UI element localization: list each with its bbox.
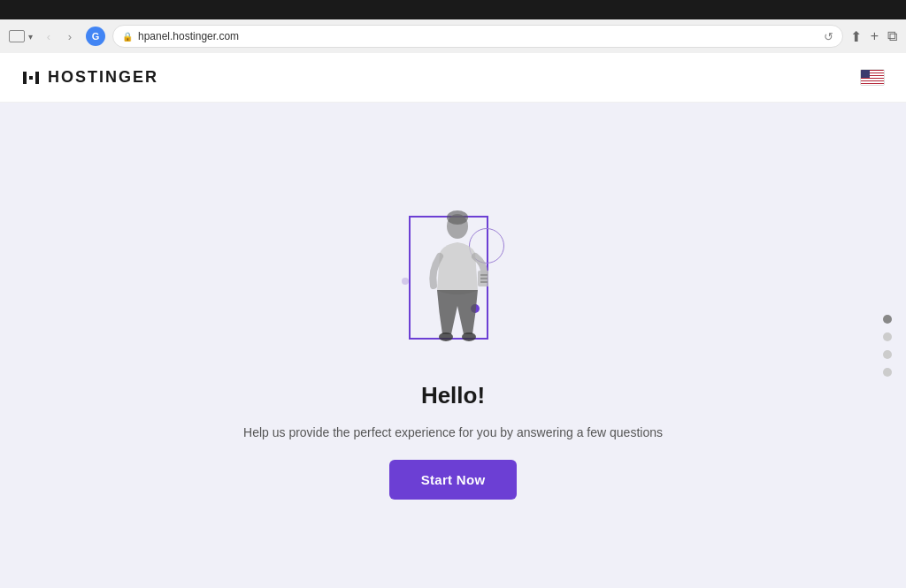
back-arrow-btn[interactable]: ‹ bbox=[40, 27, 58, 45]
svg-rect-2 bbox=[35, 72, 39, 84]
address-bar[interactable]: 🔒 hpanel.hostinger.com ↺ bbox=[112, 25, 843, 48]
url-text: hpanel.hostinger.com bbox=[138, 30, 239, 42]
hero-illustration bbox=[365, 191, 541, 368]
browser-tab-bar: ▾ ‹ › G 🔒 hpanel.hostinger.com ↺ ⬆ + ⧉ bbox=[0, 19, 906, 53]
browser-nav-arrows: ‹ › bbox=[40, 27, 79, 45]
hero-section: Hello! Help us provide the perfect exper… bbox=[243, 191, 663, 500]
light-dot-decoration bbox=[402, 278, 409, 285]
chevron-down-icon: ▾ bbox=[28, 32, 33, 42]
nav-dot-2[interactable] bbox=[883, 332, 892, 341]
person-figure-icon bbox=[426, 210, 488, 352]
flag-canton bbox=[861, 70, 870, 78]
nav-dot-3[interactable] bbox=[883, 350, 892, 359]
language-flag[interactable] bbox=[860, 69, 885, 86]
logo-h-icon bbox=[21, 68, 41, 88]
share-button[interactable]: ⬆ bbox=[850, 28, 862, 45]
logo-text: HOSTINGER bbox=[48, 68, 158, 87]
start-now-button[interactable]: Start Now bbox=[389, 460, 518, 500]
svg-rect-1 bbox=[29, 76, 33, 80]
add-tab-button[interactable]: + bbox=[871, 28, 879, 44]
svg-point-10 bbox=[462, 332, 476, 341]
copy-tab-button[interactable]: ⧉ bbox=[887, 28, 897, 44]
main-content: Hello! Help us provide the perfect exper… bbox=[0, 103, 906, 588]
hostinger-logo: HOSTINGER bbox=[21, 68, 158, 88]
page-dots-nav bbox=[883, 315, 892, 377]
tab-grid-icon bbox=[9, 30, 25, 42]
browser-action-buttons: ⬆ + ⧉ bbox=[850, 28, 897, 45]
hero-subtitle: Help us provide the perfect experience f… bbox=[243, 424, 663, 442]
hero-title: Hello! bbox=[421, 382, 485, 409]
svg-point-9 bbox=[439, 332, 453, 341]
svg-point-4 bbox=[447, 210, 468, 225]
forward-arrow-btn[interactable]: › bbox=[61, 27, 79, 45]
site-header: HOSTINGER bbox=[0, 53, 906, 103]
refresh-icon[interactable]: ↺ bbox=[824, 30, 833, 43]
lock-icon: 🔒 bbox=[122, 32, 133, 42]
google-icon: G bbox=[86, 27, 105, 46]
tab-switcher[interactable]: ▾ bbox=[9, 30, 33, 42]
browser-topbar bbox=[0, 0, 906, 19]
nav-dot-4[interactable] bbox=[883, 368, 892, 377]
nav-dot-1[interactable] bbox=[883, 315, 892, 324]
svg-rect-0 bbox=[23, 72, 27, 84]
